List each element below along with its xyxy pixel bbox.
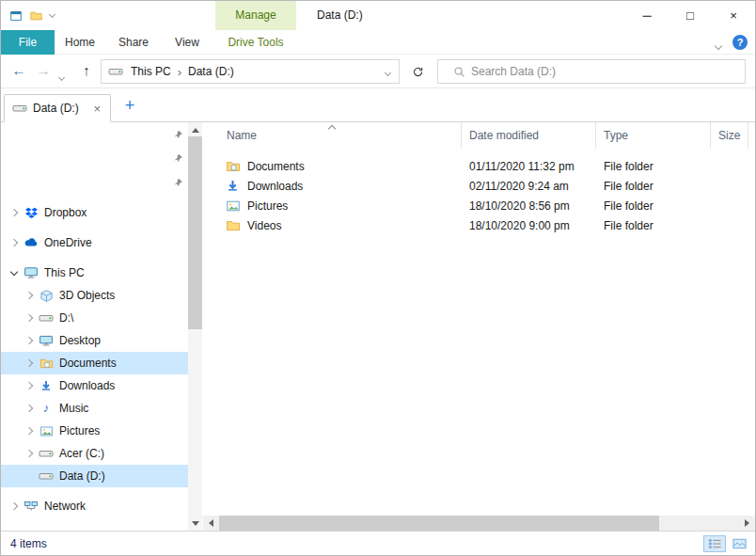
sidebar-item-label: Network — [44, 500, 86, 513]
scrollbar-thumb[interactable] — [188, 136, 202, 329]
sidebar-item-documents[interactable]: Documents — [1, 352, 188, 374]
folder-icon — [226, 218, 241, 233]
ribbon-tab-home[interactable]: Home — [57, 30, 102, 55]
column-header-name[interactable]: Name — [203, 122, 462, 149]
sidebar-item-d-drive[interactable]: D:\ — [1, 307, 188, 329]
sidebar-item-data-d[interactable]: Data (D:) — [1, 465, 188, 487]
file-type: File folder — [596, 199, 711, 213]
refresh-icon — [412, 66, 424, 78]
drive-icon — [39, 469, 54, 484]
thumbnail-view-button[interactable] — [728, 535, 750, 552]
expand-chevron-icon[interactable] — [22, 338, 37, 343]
collapse-chevron-icon[interactable] — [7, 272, 22, 275]
address-bar[interactable]: This PC › Data (D:) — [101, 59, 400, 84]
expand-chevron-icon[interactable] — [22, 293, 37, 298]
qat-customize-icon[interactable] — [49, 11, 55, 18]
expand-chevron-icon[interactable] — [22, 428, 37, 434]
expand-chevron-icon[interactable] — [7, 240, 22, 246]
pin-icon[interactable] — [173, 178, 183, 191]
file-row-documents[interactable]: Documents 01/11/2020 11:32 pm File folde… — [203, 156, 755, 176]
column-header-type[interactable]: Type — [596, 122, 711, 149]
explorer-tab-active[interactable]: Data (D:) × — [4, 94, 111, 122]
sidebar-item-label: Data (D:) — [59, 469, 105, 483]
sidebar-item-downloads[interactable]: Downloads — [1, 374, 188, 397]
horizontal-scrollbar[interactable] — [203, 516, 755, 531]
details-view-button[interactable] — [703, 535, 726, 552]
back-button[interactable]: ← — [8, 55, 29, 88]
ribbon-tab-file[interactable]: File — [1, 30, 55, 55]
sidebar-item-3d-objects[interactable]: 3D Objects — [1, 284, 188, 307]
forward-button[interactable]: → — [33, 55, 54, 88]
recent-locations-icon[interactable] — [59, 70, 64, 83]
this-pc-icon — [24, 265, 39, 280]
file-row-downloads[interactable]: Downloads 02/11/2020 9:24 am File folder — [203, 176, 755, 196]
sidebar-item-label: D:\ — [59, 311, 73, 325]
file-date: 02/11/2020 9:24 am — [462, 180, 596, 193]
ribbon-tab-row: File Home Share View Drive Tools ? — [1, 30, 755, 55]
expand-chevron-icon[interactable] — [22, 451, 37, 456]
refresh-button[interactable] — [406, 59, 429, 84]
scroll-up-icon[interactable] — [188, 122, 202, 136]
navigation-pane: Dropbox OneDrive This PC — [1, 122, 188, 531]
ribbon-tab-view[interactable]: View — [165, 30, 210, 55]
expand-chevron-icon[interactable] — [22, 315, 37, 321]
sort-ascending-icon — [328, 125, 336, 133]
sidebar-item-label: Downloads — [59, 379, 115, 392]
pin-icon[interactable] — [173, 130, 183, 143]
drive-icon — [39, 446, 54, 461]
sidebar-item-pictures[interactable]: Pictures — [1, 420, 188, 442]
close-button[interactable]: × — [712, 1, 755, 30]
sidebar-item-label: Pictures — [59, 424, 100, 437]
contextual-tab-manage[interactable]: Manage — [215, 1, 296, 30]
file-row-pictures[interactable]: Pictures 18/10/2020 8:56 pm File folder — [203, 196, 755, 215]
window-title: Data (D:) — [317, 1, 363, 30]
titlebar: Manage Data (D:) ─ □ × — [1, 1, 755, 30]
tab-label: Data (D:) — [33, 102, 91, 115]
scroll-down-icon[interactable] — [188, 516, 202, 531]
up-button[interactable]: ↑ — [76, 55, 97, 88]
expand-chevron-icon[interactable] — [7, 503, 22, 509]
sidebar-item-desktop[interactable]: Desktop — [1, 329, 188, 352]
minimize-button[interactable]: ─ — [625, 1, 669, 30]
sidebar-item-music[interactable]: ♪ Music — [1, 397, 188, 420]
file-date: 18/10/2020 8:56 pm — [462, 199, 596, 213]
main-area: Dropbox OneDrive This PC — [1, 122, 755, 531]
status-bar: 4 items — [1, 531, 755, 555]
column-header-size[interactable]: Size — [711, 122, 748, 149]
sidebar-item-this-pc[interactable]: This PC — [1, 262, 188, 284]
expand-chevron-icon[interactable] — [22, 360, 37, 366]
address-dropdown-icon[interactable] — [386, 65, 390, 78]
music-icon: ♪ — [39, 401, 54, 416]
sidebar-item-dropbox[interactable]: Dropbox — [1, 201, 188, 224]
pin-icon[interactable] — [173, 153, 183, 167]
column-header-date-modified[interactable]: Date modified — [462, 122, 596, 149]
scrollbar-thumb[interactable] — [219, 516, 659, 531]
sidebar-item-network[interactable]: Network — [1, 495, 188, 517]
expand-chevron-icon[interactable] — [22, 405, 37, 411]
ribbon-tab-share[interactable]: Share — [106, 30, 161, 55]
scroll-left-icon[interactable] — [203, 516, 218, 531]
tab-close-icon[interactable]: × — [91, 102, 102, 116]
ribbon-tab-drive-tools[interactable]: Drive Tools — [215, 30, 296, 55]
quick-access-toolbar — [9, 1, 55, 30]
ribbon-expand-icon[interactable] — [716, 39, 721, 52]
file-name: Pictures — [247, 199, 288, 213]
qat-properties-icon[interactable] — [9, 9, 23, 23]
expand-chevron-icon[interactable] — [22, 383, 37, 389]
qat-new-folder-icon[interactable] — [29, 9, 43, 23]
network-icon — [24, 499, 39, 514]
new-tab-button[interactable]: + — [119, 94, 140, 117]
scroll-right-icon[interactable] — [740, 516, 755, 531]
sidebar-scrollbar[interactable] — [188, 122, 202, 531]
sidebar-item-onedrive[interactable]: OneDrive — [1, 231, 188, 254]
search-input[interactable] — [471, 60, 745, 83]
sidebar-item-acer-c[interactable]: Acer (C:) — [1, 442, 188, 465]
expand-chevron-icon[interactable] — [7, 210, 22, 215]
breadcrumb-this-pc[interactable]: This PC — [128, 65, 174, 78]
maximize-button[interactable]: □ — [669, 1, 712, 30]
drive-icon — [108, 64, 123, 79]
breadcrumb-current[interactable]: Data (D:) — [185, 65, 237, 78]
help-icon[interactable]: ? — [732, 35, 748, 50]
dropbox-icon — [24, 205, 39, 220]
file-row-videos[interactable]: Videos 18/10/2020 9:00 pm File folder — [203, 215, 755, 235]
